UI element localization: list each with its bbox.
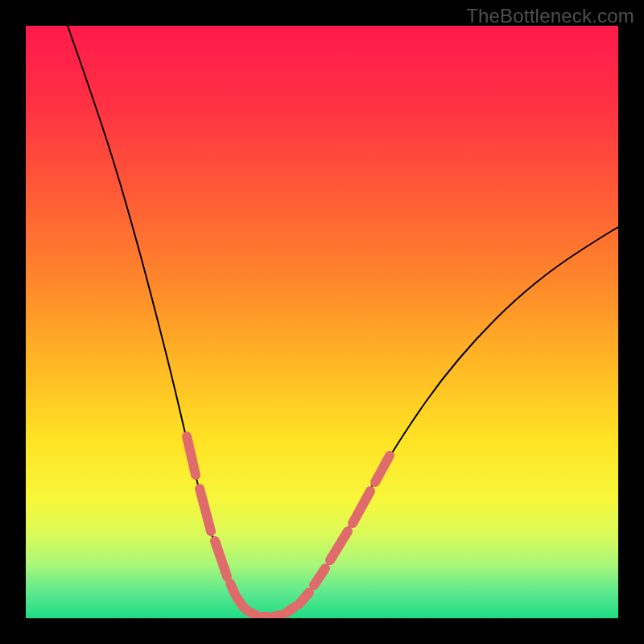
marker-segment	[299, 592, 309, 604]
marker-segment	[187, 436, 196, 475]
marker-segment	[314, 568, 325, 585]
marker-segment	[353, 491, 370, 523]
marker-segment	[230, 584, 235, 594]
outer-frame: TheBottleneck.com	[0, 0, 644, 644]
marker-segment	[248, 611, 256, 615]
watermark-text: TheBottleneck.com	[466, 5, 634, 27]
curve-markers	[187, 436, 390, 617]
marker-segment	[200, 489, 211, 531]
marker-segment	[237, 597, 245, 609]
marker-segment	[274, 615, 282, 617]
marker-segment	[330, 531, 348, 560]
plot-area	[26, 26, 618, 618]
marker-segment	[375, 456, 390, 482]
marker-segment	[215, 541, 227, 576]
marker-segment	[287, 607, 295, 613]
curve-layer	[26, 26, 618, 618]
bottleneck-curve	[68, 26, 618, 617]
